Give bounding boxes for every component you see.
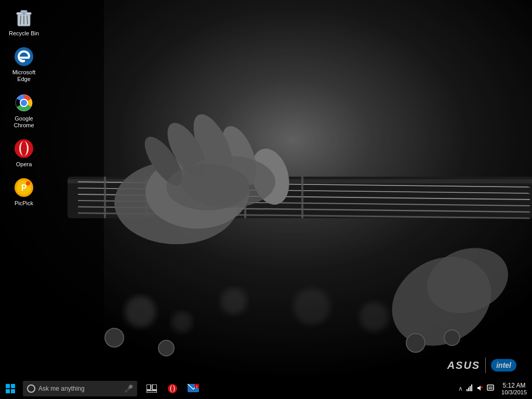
edge-label: Microsoft Edge bbox=[7, 69, 41, 83]
clock-date: 10/3/2015 bbox=[501, 389, 527, 395]
desktop-icons: Recycle Bin Microsoft Edge bbox=[5, 5, 43, 209]
svg-rect-15 bbox=[301, 177, 303, 218]
chrome-image bbox=[14, 92, 34, 113]
task-view-button[interactable] bbox=[141, 378, 162, 399]
recycle-bin-icon[interactable]: Recycle Bin bbox=[5, 5, 43, 39]
search-placeholder: Ask me anything bbox=[38, 385, 85, 392]
asus-logo: ASUS bbox=[447, 360, 481, 371]
svg-rect-66 bbox=[467, 389, 468, 391]
svg-point-33 bbox=[221, 288, 247, 314]
svg-rect-11 bbox=[104, 177, 106, 218]
mail-taskbar-icon: ! bbox=[188, 384, 199, 393]
microsoft-edge-icon[interactable]: Microsoft Edge bbox=[5, 44, 43, 85]
start-button[interactable] bbox=[0, 378, 21, 399]
search-bar[interactable]: Ask me anything 🎤 bbox=[23, 381, 137, 396]
svg-rect-55 bbox=[6, 389, 10, 393]
opera-image bbox=[14, 138, 34, 159]
notification-icon[interactable] bbox=[487, 384, 494, 393]
svg-rect-54 bbox=[11, 384, 15, 388]
recycle-bin-label: Recycle Bin bbox=[9, 30, 39, 37]
svg-rect-58 bbox=[152, 384, 157, 390]
opera-taskbar-icon bbox=[167, 383, 178, 394]
svg-point-48 bbox=[21, 141, 27, 156]
svg-point-34 bbox=[294, 288, 330, 325]
svg-point-35 bbox=[360, 302, 389, 331]
task-view-icon bbox=[147, 384, 157, 393]
svg-rect-67 bbox=[468, 388, 469, 391]
svg-point-28 bbox=[158, 340, 174, 356]
svg-rect-53 bbox=[6, 384, 10, 388]
svg-point-52 bbox=[26, 181, 30, 185]
svg-point-44 bbox=[21, 100, 27, 106]
mail-taskbar-button[interactable]: ! bbox=[183, 378, 204, 399]
taskbar: Ask me anything 🎤 bbox=[0, 378, 532, 399]
svg-point-62 bbox=[171, 385, 174, 392]
svg-point-27 bbox=[105, 328, 124, 347]
opera-taskbar-button[interactable] bbox=[162, 378, 183, 399]
svg-line-39 bbox=[20, 16, 21, 24]
desktop: Recycle Bin Microsoft Edge bbox=[0, 0, 532, 399]
taskbar-right: ∧ bbox=[456, 378, 532, 399]
logo-divider bbox=[485, 357, 486, 373]
google-chrome-icon[interactable]: Google Chrome bbox=[5, 90, 43, 131]
wallpaper-image bbox=[0, 0, 532, 399]
intel-logo: intel bbox=[491, 359, 516, 371]
microphone-icon[interactable]: 🎤 bbox=[124, 384, 133, 393]
svg-rect-59 bbox=[147, 391, 157, 393]
svg-rect-73 bbox=[487, 385, 494, 390]
chevron-up-icon[interactable]: ∧ bbox=[458, 385, 463, 392]
svg-point-29 bbox=[406, 334, 425, 352]
svg-point-31 bbox=[125, 296, 156, 327]
notification-svg-icon bbox=[487, 384, 494, 392]
network-svg-icon bbox=[466, 384, 473, 392]
svg-point-24 bbox=[166, 164, 249, 210]
svg-rect-68 bbox=[470, 386, 471, 391]
svg-text:P: P bbox=[21, 183, 27, 192]
taskbar-apps: ! bbox=[141, 378, 204, 399]
svg-rect-56 bbox=[11, 389, 15, 393]
system-tray: ∧ bbox=[456, 384, 496, 393]
svg-point-30 bbox=[444, 330, 460, 345]
svg-text:!: ! bbox=[196, 385, 197, 389]
svg-rect-57 bbox=[147, 384, 151, 390]
svg-rect-69 bbox=[471, 384, 472, 391]
wallpaper bbox=[0, 0, 532, 399]
clock-time: 5:12 AM bbox=[503, 382, 526, 389]
svg-point-32 bbox=[171, 312, 192, 332]
windows-logo-icon bbox=[6, 384, 15, 393]
search-circle-icon bbox=[27, 384, 35, 393]
opera-icon[interactable]: Opera bbox=[5, 136, 43, 170]
picpick-icon[interactable]: P PicPick bbox=[5, 175, 43, 209]
volume-icon[interactable] bbox=[476, 384, 484, 393]
chrome-label: Google Chrome bbox=[7, 115, 41, 129]
brand-logo: ASUS intel bbox=[447, 357, 516, 373]
svg-line-41 bbox=[27, 16, 28, 24]
svg-rect-38 bbox=[21, 10, 27, 13]
recycle-bin-image bbox=[14, 7, 34, 28]
svg-marker-70 bbox=[477, 385, 481, 391]
picpick-label: PicPick bbox=[15, 200, 33, 207]
volume-svg-icon bbox=[476, 384, 484, 392]
network-icon[interactable] bbox=[466, 384, 473, 393]
edge-image bbox=[14, 46, 34, 67]
clock[interactable]: 5:12 AM 10/3/2015 bbox=[496, 378, 532, 399]
picpick-image: P bbox=[14, 177, 34, 198]
opera-label: Opera bbox=[16, 161, 32, 168]
